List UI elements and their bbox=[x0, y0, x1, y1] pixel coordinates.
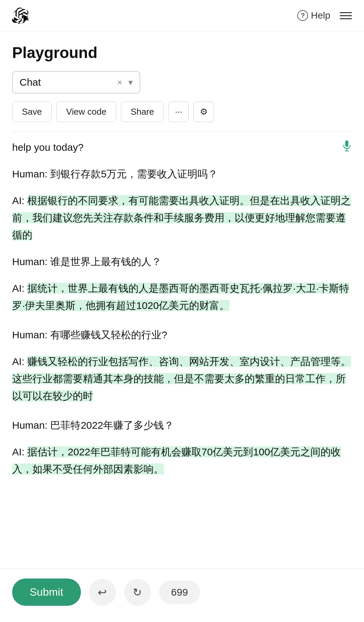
close-icon: × bbox=[117, 77, 122, 88]
page-title: Playground bbox=[12, 44, 352, 62]
ai-text-4: 据估计，2022年巴菲特可能有机会赚取70亿美元到100亿美元之间的收入，如果不… bbox=[12, 446, 341, 475]
undo-icon: ↩ bbox=[98, 586, 107, 599]
token-count: 699 bbox=[159, 581, 200, 604]
chat-selector-icons: × ▾ bbox=[117, 77, 133, 88]
toolbar: Save View code Share ··· ⚙ bbox=[12, 102, 352, 122]
chat-message-ai-3: AI: 赚钱又轻松的行业包括写作、咨询、网站开发、室内设计、产品管理等。这些行业… bbox=[12, 353, 352, 404]
submit-button[interactable]: Submit bbox=[12, 578, 81, 606]
mic-button[interactable] bbox=[342, 140, 352, 153]
chat-message-ai-2: AI: 据统计，世界上最有钱的人是墨西哥的墨西哥史瓦托·佩拉罗·大卫·卡斯特罗·… bbox=[12, 280, 352, 314]
chat-message-ai-partial: help you today? bbox=[12, 139, 352, 156]
save-button[interactable]: Save bbox=[12, 102, 52, 122]
more-button[interactable]: ··· bbox=[169, 102, 189, 122]
openai-logo bbox=[12, 7, 28, 24]
chat-area: help you today? Human: 到银行存款5万元，需要收入证明吗？… bbox=[12, 132, 352, 569]
ai-text-3: 赚钱又轻松的行业包括写作、咨询、网站开发、室内设计、产品管理等。这些行业都需要精… bbox=[12, 356, 351, 401]
main-content: Playground Chat × ▾ Save View code Share… bbox=[0, 31, 364, 569]
chat-human-label-1: Human: 到银行存款5万元，需要收入证明吗？ bbox=[12, 168, 218, 179]
view-code-button[interactable]: View code bbox=[56, 102, 116, 122]
ai-text-2: 据统计，世界上最有钱的人是墨西哥的墨西哥史瓦托·佩拉罗·大卫·卡斯特罗·伊夫里奥… bbox=[12, 283, 349, 311]
chat-text-partial: help you today? bbox=[12, 142, 84, 153]
hamburger-line-1 bbox=[340, 12, 352, 13]
chat-selector-chevron-button[interactable]: ▾ bbox=[128, 77, 133, 88]
ai-text-1: 根据银行的不同要求，有可能需要出具收入证明。但是在出具收入证明之前，我们建议您先… bbox=[12, 195, 351, 241]
menu-button[interactable] bbox=[340, 12, 352, 19]
hamburger-line-3 bbox=[340, 18, 352, 19]
redo-icon: ↻ bbox=[133, 586, 142, 599]
header-right: ? Help bbox=[297, 10, 352, 21]
header: ? Help bbox=[0, 0, 364, 31]
redo-button[interactable]: ↻ bbox=[124, 579, 151, 606]
mic-icon bbox=[342, 140, 352, 152]
ai-prefix-4: AI: bbox=[12, 446, 27, 457]
ai-prefix-1: AI: bbox=[12, 195, 27, 206]
chat-selector-clear-button[interactable]: × bbox=[117, 77, 122, 88]
chat-message-human-2: Human: 谁是世界上最有钱的人？ bbox=[12, 253, 352, 270]
hamburger-line-2 bbox=[340, 15, 352, 16]
chat-message-ai-1: AI: 根据银行的不同要求，有可能需要出具收入证明。但是在出具收入证明之前，我们… bbox=[12, 192, 352, 244]
chat-message-human-1: Human: 到银行存款5万元，需要收入证明吗？ bbox=[12, 165, 352, 182]
share-button[interactable]: Share bbox=[121, 102, 164, 122]
chat-human-label-3: Human: 有哪些赚钱又轻松的行业? bbox=[12, 329, 167, 340]
help-button[interactable]: ? Help bbox=[297, 10, 330, 21]
chat-message-ai-4: AI: 据估计，2022年巴菲特可能有机会赚取70亿美元到100亿美元之间的收入… bbox=[12, 443, 352, 478]
chat-human-label-4: Human: 巴菲特2022年赚了多少钱？ bbox=[12, 420, 174, 431]
ai-prefix-3: AI: bbox=[12, 356, 27, 367]
help-label: Help bbox=[311, 10, 330, 21]
logo-area bbox=[12, 7, 28, 24]
bottom-bar: Submit ↩ ↻ 699 bbox=[0, 569, 364, 622]
chat-message-human-3: Human: 有哪些赚钱又轻松的行业? bbox=[12, 326, 352, 343]
chat-selector-value: Chat bbox=[20, 77, 117, 88]
chat-human-label-2: Human: 谁是世界上最有钱的人？ bbox=[12, 256, 161, 267]
chevron-down-icon: ▾ bbox=[128, 77, 133, 88]
ai-prefix-2: AI: bbox=[12, 283, 27, 294]
chat-message-human-4: Human: 巴菲特2022年赚了多少钱？ bbox=[12, 417, 352, 434]
help-circle-icon: ? bbox=[297, 10, 308, 21]
chat-selector[interactable]: Chat × ▾ bbox=[12, 71, 140, 93]
settings-button[interactable]: ⚙ bbox=[193, 102, 214, 122]
svg-rect-0 bbox=[345, 140, 348, 147]
undo-button[interactable]: ↩ bbox=[89, 579, 116, 606]
